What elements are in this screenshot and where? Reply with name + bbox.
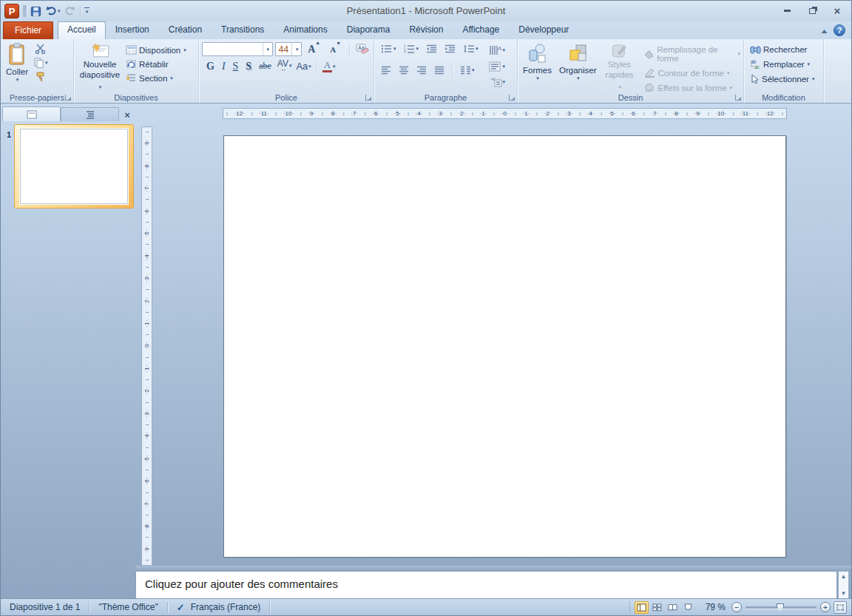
- dropdown-arrow-icon: [503, 79, 506, 85]
- font-size-combo[interactable]: 44: [275, 42, 302, 56]
- ribbon-tab[interactable]: Affichage: [453, 21, 509, 39]
- clear-formatting-button[interactable]: Aa: [354, 43, 371, 55]
- change-case-button[interactable]: Aa: [294, 60, 312, 72]
- zoom-in-button[interactable]: +: [820, 602, 831, 612]
- zoom-percentage[interactable]: 79 %: [700, 602, 731, 612]
- shapes-button[interactable]: Formes: [519, 41, 555, 92]
- dropdown-arrow-icon: [812, 76, 815, 82]
- zoom-out-button[interactable]: −: [731, 602, 742, 612]
- line-spacing-button[interactable]: [461, 43, 481, 55]
- save-button[interactable]: [30, 6, 41, 17]
- reading-view-button[interactable]: [666, 601, 680, 614]
- new-slide-button[interactable]: Nouvelle diapositive: [75, 41, 124, 92]
- restore-button[interactable]: [802, 4, 822, 17]
- minimize-button[interactable]: [777, 4, 797, 17]
- shrink-font-button[interactable]: A▼: [326, 44, 345, 54]
- shape-outline-button[interactable]: Contour de forme: [643, 67, 742, 78]
- ribbon-tab[interactable]: Développeur: [509, 21, 578, 39]
- view-switcher: [629, 601, 700, 614]
- grow-font-button[interactable]: A▲: [304, 44, 324, 55]
- ribbon-tab[interactable]: Insertion: [106, 21, 159, 39]
- decrease-indent-button[interactable]: [424, 43, 439, 55]
- tab-slides-thumbnails[interactable]: [2, 106, 61, 121]
- quick-styles-icon: [608, 43, 630, 59]
- tab-outline[interactable]: [61, 107, 119, 121]
- format-painter-button[interactable]: [32, 71, 50, 83]
- slide-thumbnail[interactable]: [20, 129, 128, 204]
- convert-to-smartart-button[interactable]: [487, 75, 508, 89]
- italic-button[interactable]: I: [219, 60, 229, 73]
- replace-button[interactable]: abac Remplacer: [748, 58, 822, 70]
- dropdown-arrow-icon[interactable]: [58, 8, 61, 14]
- shape-fill-button[interactable]: Remplissage de forme: [643, 44, 742, 64]
- increase-indent-button[interactable]: [442, 43, 458, 55]
- redo-button[interactable]: [64, 6, 76, 16]
- language-indicator: Français (France): [191, 602, 261, 612]
- columns-button[interactable]: [458, 64, 477, 76]
- bold-button[interactable]: G: [203, 60, 217, 73]
- slide-sorter-view-button[interactable]: [650, 601, 664, 614]
- font-name-combo[interactable]: [202, 42, 273, 56]
- bullets-button[interactable]: [379, 43, 399, 55]
- strikethrough-button[interactable]: abe: [256, 60, 274, 72]
- slide-thumbnail-selected[interactable]: [14, 124, 134, 209]
- layout-button[interactable]: Disposition: [124, 44, 188, 55]
- ribbon-tab-bar: Fichier AccueilInsertionCréationTransiti…: [1, 21, 851, 39]
- ribbon-tab[interactable]: Accueil: [58, 21, 106, 39]
- ribbon-tab[interactable]: Diaporama: [337, 21, 400, 39]
- tab-fichier[interactable]: Fichier: [3, 21, 53, 39]
- zoom-slider-thumb[interactable]: [777, 603, 784, 612]
- section-button[interactable]: Section: [124, 72, 188, 84]
- slide-indicator[interactable]: Diapositive 1 de 1: [1, 602, 89, 613]
- theme-indicator[interactable]: "Thème Office": [89, 602, 167, 613]
- cut-button[interactable]: [32, 43, 50, 55]
- slideshow-view-button[interactable]: [681, 601, 695, 614]
- undo-button[interactable]: [45, 6, 61, 16]
- align-right-button[interactable]: [414, 64, 429, 76]
- powerpoint-logo-icon[interactable]: P: [4, 4, 19, 18]
- close-button[interactable]: ×: [828, 4, 847, 17]
- underline-button[interactable]: S: [230, 60, 242, 73]
- ribbon-tab[interactable]: Transitions: [212, 21, 274, 39]
- justify-button[interactable]: [432, 64, 447, 76]
- slide-canvas[interactable]: [223, 135, 786, 558]
- dialog-launcher-icon[interactable]: [65, 95, 71, 101]
- ribbon-tab[interactable]: Animations: [274, 21, 337, 39]
- text-direction-button[interactable]: A: [487, 43, 508, 58]
- notes-scrollbar[interactable]: ▲ ▼: [838, 571, 849, 599]
- ribbon-tab[interactable]: Création: [159, 21, 212, 39]
- combo-arrow: [263, 43, 272, 55]
- paste-button[interactable]: Coller: [2, 41, 32, 92]
- ribbon-spacer: [824, 39, 851, 103]
- notes-splitter[interactable]: [135, 566, 851, 571]
- dialog-launcher-icon[interactable]: [509, 95, 515, 101]
- align-center-button[interactable]: [396, 64, 411, 76]
- close-pane-button[interactable]: ×: [121, 108, 134, 121]
- reset-button[interactable]: Rétablir: [124, 58, 188, 70]
- align-text-button[interactable]: [487, 60, 508, 73]
- align-left-button[interactable]: [379, 64, 393, 76]
- shape-effects-button[interactable]: Effets sur la forme: [643, 82, 742, 93]
- ribbon-tab[interactable]: Révision: [399, 21, 453, 39]
- customize-qat-button[interactable]: [84, 7, 89, 15]
- quick-styles-button[interactable]: Styles rapides: [600, 41, 638, 92]
- font-color-button[interactable]: A: [321, 59, 337, 73]
- zoom-slider[interactable]: [746, 606, 816, 609]
- select-button[interactable]: Sélectionner: [748, 73, 822, 84]
- slides-outline-tabbar: ×: [2, 106, 134, 121]
- new-slide-icon: [87, 43, 112, 59]
- copy-button[interactable]: [32, 57, 50, 69]
- fit-slide-to-window-button[interactable]: [834, 601, 847, 614]
- normal-view-button[interactable]: [635, 601, 649, 614]
- numbering-button[interactable]: 123: [402, 43, 422, 55]
- dialog-launcher-icon[interactable]: [365, 95, 371, 101]
- help-button[interactable]: ?: [834, 24, 845, 36]
- arrange-button[interactable]: Organiser: [555, 41, 601, 92]
- character-spacing-button[interactable]: AV↔: [276, 60, 294, 73]
- text-shadow-button[interactable]: S: [243, 60, 254, 73]
- spellcheck-indicator[interactable]: ✓ Français (France): [168, 602, 271, 613]
- find-button[interactable]: Rechercher: [748, 44, 822, 55]
- collapse-ribbon-icon[interactable]: ▴: [821, 27, 827, 35]
- notes-pane[interactable]: Cliquez pour ajouter des commentaires: [135, 571, 837, 599]
- dialog-launcher-icon[interactable]: [735, 95, 741, 101]
